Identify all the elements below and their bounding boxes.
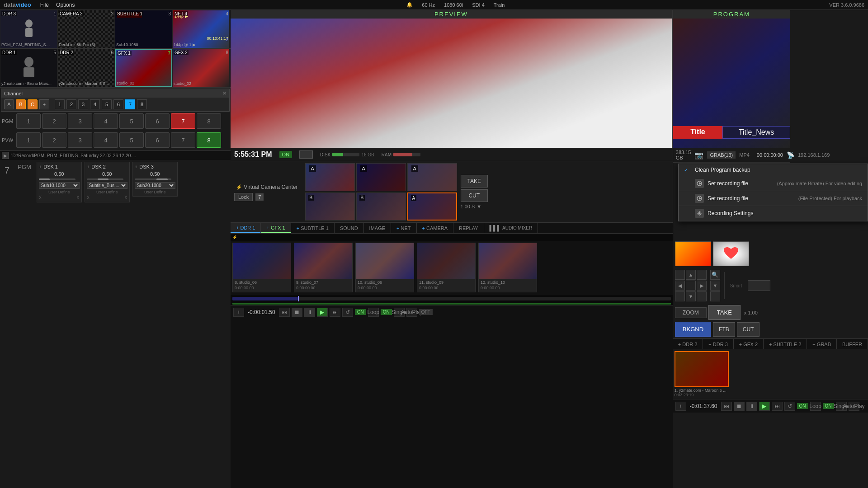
pvw-btn-7[interactable]: 7 xyxy=(171,132,195,148)
source-thumb-2[interactable]: 2 CAMERA 2 DeckLink 8K Pro (3) xyxy=(57,10,115,48)
btab2-ddr3[interactable]: + DDR 3 xyxy=(703,339,734,349)
btab-image[interactable]: IMAGE xyxy=(364,223,391,233)
source-thumb-1[interactable]: 1 DDR 3 PGM_PGM_EDITING_Sat... xyxy=(0,10,57,48)
smart-ctrl[interactable] xyxy=(748,280,770,291)
vcam-cut-button[interactable]: CUT xyxy=(461,189,488,202)
pgm-btn-2[interactable]: 2 xyxy=(42,113,66,129)
pb-skip-start[interactable]: ⏮ xyxy=(279,308,290,317)
pb-autoplay-btn[interactable]: AutoPlay xyxy=(406,308,417,317)
btab-subtitle1[interactable]: +SUBTITLE 1 xyxy=(291,223,335,233)
ch-num-6[interactable]: 6 xyxy=(113,99,123,109)
clip-thumb-9[interactable]: 9, studio_07 0:00:00.00 xyxy=(294,243,353,292)
dsk-slider-row-1[interactable] xyxy=(39,178,80,180)
ch-num-1[interactable]: 1 xyxy=(55,99,65,109)
cut-button-big[interactable]: CUT xyxy=(737,322,760,337)
pb2-stop[interactable]: ⏹ xyxy=(734,402,745,411)
source-thumb-5[interactable]: 5 DDR 1 y2mate.com - Bruno Mars... xyxy=(0,49,57,87)
ch-num-2[interactable]: 2 xyxy=(66,99,76,109)
btab2-gfx2[interactable]: + GFX 2 xyxy=(734,339,764,349)
vcam-thumb-3[interactable]: A xyxy=(407,163,457,191)
vcam-thumb-6[interactable]: A xyxy=(407,192,457,221)
vcam-thumb-4[interactable]: B xyxy=(305,192,355,221)
pvw-btn-2[interactable]: 2 xyxy=(42,132,66,148)
zoom-down-icon[interactable]: ▼ xyxy=(710,281,720,291)
pb2-skip-start[interactable]: ⏮ xyxy=(721,402,732,411)
source-thumb-3[interactable]: Sub10.1080 3 SUBTITLE 1 Sub10.1080 xyxy=(115,10,172,48)
vcam-take-button[interactable]: TAKE xyxy=(461,175,488,188)
pgm-btn-1[interactable]: 1 xyxy=(16,113,41,129)
source-thumb-7[interactable]: 7 GFX 1 studio_02 xyxy=(115,49,172,87)
dsk-plus-2[interactable]: + xyxy=(87,164,90,169)
source-thumb-4[interactable]: 144p ▶ 00:10:41:17 2 4 NET 4 144p @ 1 ▶ xyxy=(172,10,230,48)
dsk-select-1[interactable]: Sub10.1080 xyxy=(39,182,80,189)
dsk-plus-3[interactable]: + xyxy=(135,164,137,169)
nav-up-left[interactable] xyxy=(675,270,685,280)
dropdown-item-rec2[interactable]: Set recording file (File Protected) For … xyxy=(679,191,868,206)
btab-net[interactable]: +NET xyxy=(391,223,416,233)
vcam-lock-button[interactable]: Lock xyxy=(234,193,253,201)
dsk-slider-row-2[interactable] xyxy=(87,178,127,180)
btab2-grab[interactable]: + GRAB xyxy=(807,339,837,349)
pgm-btn-4[interactable]: 4 xyxy=(94,113,118,129)
pvw-btn-6[interactable]: 6 xyxy=(145,132,170,148)
ch-add-button[interactable]: + xyxy=(39,99,49,109)
pb2-skip-end[interactable]: ⏭ xyxy=(772,402,783,411)
scrub-bar[interactable] xyxy=(232,297,671,300)
pvw-btn-8[interactable]: 8 xyxy=(197,132,221,148)
pgm-btn-6[interactable]: 6 xyxy=(145,113,170,129)
ch-num-5[interactable]: 5 xyxy=(102,99,112,109)
ch-letter-A[interactable]: A xyxy=(4,99,14,109)
btab-sound[interactable]: SOUND xyxy=(335,223,364,233)
ch-num-4[interactable]: 4 xyxy=(90,99,100,109)
pb-play[interactable]: ▶ xyxy=(317,308,328,317)
btab-camera[interactable]: +CAMERA xyxy=(417,223,454,233)
timeline-scrub[interactable] xyxy=(231,295,673,302)
dsk-select-3[interactable]: Sub20.1080 xyxy=(135,182,175,189)
zoom-button[interactable]: ZOOM xyxy=(675,307,707,318)
source-thumb-8[interactable]: 8 GFX 2 studio_02 xyxy=(172,49,230,87)
pgm-btn-8[interactable]: 8 xyxy=(197,113,221,129)
vcam-thumb-1[interactable]: A xyxy=(305,163,355,191)
ch-num-8[interactable]: 8 xyxy=(137,99,147,109)
right-clip-thumb[interactable] xyxy=(675,351,729,387)
status-toggle[interactable] xyxy=(299,150,313,159)
dsk-slider-row-3[interactable] xyxy=(135,178,175,180)
btab-audio[interactable]: ▌▌▌AUDIO MIXER xyxy=(484,223,538,233)
nav-down[interactable]: ▼ xyxy=(686,291,696,301)
btab-gfx1[interactable]: +GFX 1 xyxy=(261,223,291,233)
btab2-ddr2[interactable]: + DDR 2 xyxy=(673,339,703,349)
take-button-big[interactable]: TAKE xyxy=(708,305,741,320)
pb2-add[interactable]: + xyxy=(675,402,686,411)
btab-ddr1[interactable]: +DDR 1 xyxy=(231,223,261,233)
btab2-subtitle2[interactable]: + SUBTITLE 2 xyxy=(764,339,807,349)
vcam-speed-arrow[interactable]: ▼ xyxy=(476,204,481,209)
ch-letter-B[interactable]: B xyxy=(16,99,26,109)
clip-thumb-10[interactable]: 10, studio_06 0:00:00.00 xyxy=(355,243,414,292)
source-thumb-6[interactable]: 6 DDR 2 y2mate.com - Maroon 5 S... xyxy=(57,49,115,87)
ftb-button[interactable]: FTB xyxy=(713,322,735,337)
pb-skip-end[interactable]: ⏭ xyxy=(330,308,340,317)
btab2-buffer[interactable]: BUFFER xyxy=(837,339,868,349)
menu-file[interactable]: File xyxy=(40,2,49,8)
ch-letter-C[interactable]: C xyxy=(28,99,38,109)
dsk-plus-1[interactable]: + xyxy=(39,164,42,169)
right-thumb-1[interactable] xyxy=(675,241,711,266)
pgm-btn-5[interactable]: 5 xyxy=(119,113,144,129)
vcam-thumb-2[interactable]: A xyxy=(356,163,406,191)
pb-stop[interactable]: ⏹ xyxy=(292,308,302,317)
nav-up[interactable]: ▲ xyxy=(686,270,696,280)
pb-pause[interactable]: ⏸ xyxy=(304,308,315,317)
pgm-btn-7[interactable]: 7 xyxy=(171,113,195,129)
ch-num-3[interactable]: 3 xyxy=(78,99,88,109)
pb2-loop[interactable]: Loop xyxy=(810,402,821,411)
dropdown-item-settings[interactable]: Recording Settings xyxy=(679,206,868,221)
nav-right[interactable]: ▶ xyxy=(697,281,707,291)
pb-rewind[interactable]: ↺ xyxy=(342,308,353,317)
btab-replay[interactable]: REPLAY xyxy=(453,223,484,233)
vcam-thumb-5[interactable]: B xyxy=(356,192,406,221)
dropdown-item-clean[interactable]: ✓ Clean Program backup xyxy=(679,164,868,176)
clip-thumb-8[interactable]: 8, studio_06 0:00:00.00 xyxy=(232,243,291,292)
pgm-btn-3[interactable]: 3 xyxy=(68,113,92,129)
clip-thumb-11[interactable]: 11, studio_09 0:00:00.00 xyxy=(417,243,476,292)
rec-play-btn[interactable]: ▶ xyxy=(2,152,9,159)
